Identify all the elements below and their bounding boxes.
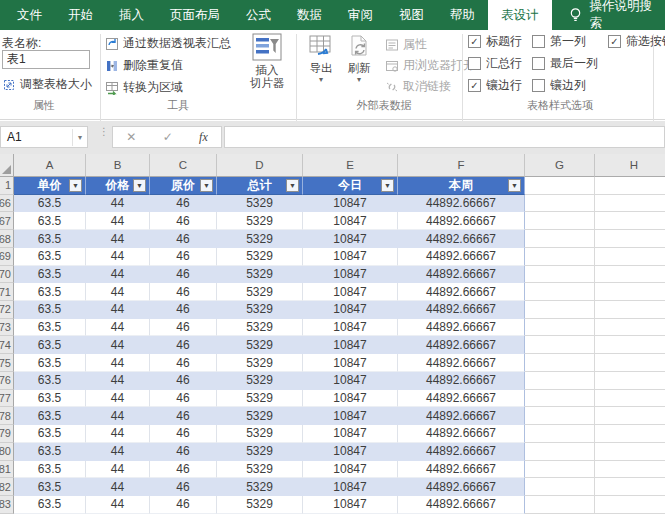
cell-D77[interactable]: 5329 bbox=[217, 390, 303, 408]
cell-F82[interactable]: 44892.66667 bbox=[398, 478, 525, 496]
name-box[interactable]: A1 ▾ bbox=[0, 126, 88, 148]
cell-E80[interactable]: 10847 bbox=[303, 443, 398, 461]
row-header-66[interactable]: 66 bbox=[0, 195, 14, 213]
row-header-74[interactable]: 74 bbox=[0, 336, 14, 354]
cell-G79[interactable] bbox=[525, 425, 595, 443]
insert-slicer-button[interactable]: 插入 切片器 bbox=[240, 33, 294, 90]
cell-C68[interactable]: 46 bbox=[150, 230, 217, 248]
cell-H76[interactable] bbox=[595, 372, 665, 390]
cell-A1[interactable]: 单价▼ bbox=[14, 177, 86, 195]
cell-E69[interactable]: 10847 bbox=[303, 248, 398, 266]
cell-E83[interactable]: 10847 bbox=[303, 496, 398, 514]
cell-D68[interactable]: 5329 bbox=[217, 230, 303, 248]
cell-A78[interactable]: 63.5 bbox=[14, 407, 86, 425]
cell-H67[interactable] bbox=[595, 212, 665, 230]
cell-A83[interactable]: 63.5 bbox=[14, 496, 86, 514]
cell-B70[interactable]: 44 bbox=[86, 266, 150, 284]
cell-B66[interactable]: 44 bbox=[86, 195, 150, 213]
cell-B72[interactable]: 44 bbox=[86, 301, 150, 319]
cell-C83[interactable]: 46 bbox=[150, 496, 217, 514]
tab-页面布局[interactable]: 页面布局 bbox=[157, 0, 233, 30]
cell-B68[interactable]: 44 bbox=[86, 230, 150, 248]
cell-G70[interactable] bbox=[525, 266, 595, 284]
row-header-77[interactable]: 77 bbox=[0, 390, 14, 408]
cell-C69[interactable]: 46 bbox=[150, 248, 217, 266]
summarize-with-pivottable-button[interactable]: 通过数据透视表汇总 bbox=[105, 35, 231, 52]
tab-审阅[interactable]: 审阅 bbox=[335, 0, 386, 30]
column-header-E[interactable]: E bbox=[303, 154, 398, 177]
cell-G76[interactable] bbox=[525, 372, 595, 390]
row-header-76[interactable]: 76 bbox=[0, 372, 14, 390]
cell-B67[interactable]: 44 bbox=[86, 212, 150, 230]
tab-数据[interactable]: 数据 bbox=[284, 0, 335, 30]
cell-B80[interactable]: 44 bbox=[86, 443, 150, 461]
cell-F71[interactable]: 44892.66667 bbox=[398, 283, 525, 301]
checkbox-筛选按钮[interactable]: ✓筛选按钮 bbox=[608, 34, 665, 49]
checkbox-最后一列[interactable]: 最后一列 bbox=[532, 56, 598, 71]
column-header-A[interactable]: A bbox=[14, 154, 86, 177]
cell-B74[interactable]: 44 bbox=[86, 336, 150, 354]
cell-A81[interactable]: 63.5 bbox=[14, 461, 86, 479]
cell-D80[interactable]: 5329 bbox=[217, 443, 303, 461]
cell-C81[interactable]: 46 bbox=[150, 461, 217, 479]
cell-G72[interactable] bbox=[525, 301, 595, 319]
tab-开始[interactable]: 开始 bbox=[55, 0, 106, 30]
cell-C67[interactable]: 46 bbox=[150, 212, 217, 230]
filter-button[interactable]: ▼ bbox=[381, 179, 394, 192]
checkbox-box-icon[interactable] bbox=[532, 79, 545, 92]
checkbox-box-icon[interactable] bbox=[532, 57, 545, 70]
enter-icon[interactable]: ✓ bbox=[163, 130, 173, 144]
column-header-B[interactable]: B bbox=[86, 154, 150, 177]
cell-H82[interactable] bbox=[595, 478, 665, 496]
checkbox-box-icon[interactable]: ✓ bbox=[608, 35, 621, 48]
row-header-81[interactable]: 81 bbox=[0, 461, 14, 479]
cell-D78[interactable]: 5329 bbox=[217, 407, 303, 425]
cell-C76[interactable]: 46 bbox=[150, 372, 217, 390]
cell-E75[interactable]: 10847 bbox=[303, 354, 398, 372]
tab-公式[interactable]: 公式 bbox=[233, 0, 284, 30]
cell-D69[interactable]: 5329 bbox=[217, 248, 303, 266]
cell-C79[interactable]: 46 bbox=[150, 425, 217, 443]
checkbox-box-icon[interactable] bbox=[532, 35, 545, 48]
row-header-69[interactable]: 69 bbox=[0, 248, 14, 266]
cell-A73[interactable]: 63.5 bbox=[14, 319, 86, 337]
cell-H83[interactable] bbox=[595, 496, 665, 514]
cell-E74[interactable]: 10847 bbox=[303, 336, 398, 354]
cell-G74[interactable] bbox=[525, 336, 595, 354]
cell-H71[interactable] bbox=[595, 283, 665, 301]
column-header-D[interactable]: D bbox=[217, 154, 303, 177]
cell-E81[interactable]: 10847 bbox=[303, 461, 398, 479]
row-header-70[interactable]: 70 bbox=[0, 266, 14, 284]
cell-B79[interactable]: 44 bbox=[86, 425, 150, 443]
refresh-button[interactable]: 刷新 ▾ bbox=[341, 33, 377, 84]
cell-F77[interactable]: 44892.66667 bbox=[398, 390, 525, 408]
formula-input[interactable] bbox=[224, 126, 665, 148]
cell-H75[interactable] bbox=[595, 354, 665, 372]
cell-C71[interactable]: 46 bbox=[150, 283, 217, 301]
cell-H78[interactable] bbox=[595, 407, 665, 425]
cell-F74[interactable]: 44892.66667 bbox=[398, 336, 525, 354]
cell-A79[interactable]: 63.5 bbox=[14, 425, 86, 443]
cell-C70[interactable]: 46 bbox=[150, 266, 217, 284]
row-header-83[interactable]: 83 bbox=[0, 496, 14, 514]
cell-F79[interactable]: 44892.66667 bbox=[398, 425, 525, 443]
row-header-80[interactable]: 80 bbox=[0, 443, 14, 461]
cell-D67[interactable]: 5329 bbox=[217, 212, 303, 230]
cell-H77[interactable] bbox=[595, 390, 665, 408]
cell-E70[interactable]: 10847 bbox=[303, 266, 398, 284]
checkbox-镶边列[interactable]: 镶边列 bbox=[532, 78, 598, 93]
cell-B83[interactable]: 44 bbox=[86, 496, 150, 514]
cell-C75[interactable]: 46 bbox=[150, 354, 217, 372]
tab-表设计[interactable]: 表设计 bbox=[488, 0, 552, 30]
cell-G69[interactable] bbox=[525, 248, 595, 266]
row-header-67[interactable]: 67 bbox=[0, 212, 14, 230]
cell-D66[interactable]: 5329 bbox=[217, 195, 303, 213]
cell-C66[interactable]: 46 bbox=[150, 195, 217, 213]
name-box-caret-icon[interactable]: ▾ bbox=[72, 129, 87, 146]
column-header-C[interactable]: C bbox=[150, 154, 217, 177]
cell-A74[interactable]: 63.5 bbox=[14, 336, 86, 354]
cell-G66[interactable] bbox=[525, 195, 595, 213]
cell-H81[interactable] bbox=[595, 461, 665, 479]
cell-D1[interactable]: 总计▼ bbox=[217, 177, 303, 195]
cell-B81[interactable]: 44 bbox=[86, 461, 150, 479]
